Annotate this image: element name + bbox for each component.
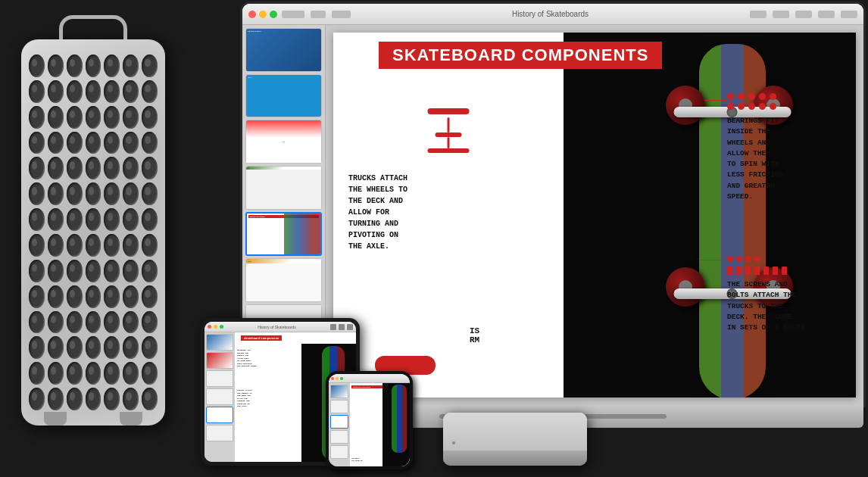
slide-thumb-5[interactable]: skateboard components (245, 212, 322, 257)
mac-pro-hole (142, 157, 158, 179)
mac-pro-hole (142, 336, 158, 359)
mac-pro-hole (67, 55, 83, 77)
slide-thumb-2[interactable]: history (245, 74, 322, 118)
ipad-toolbar-btn[interactable] (330, 324, 336, 330)
bottom-text-is: ISRM (470, 326, 479, 344)
ipad-slide-6[interactable] (206, 425, 233, 441)
ipad-slide-5-active[interactable] (206, 407, 233, 423)
slide-main-area[interactable]: skateboard components (326, 25, 863, 405)
mac-pro-hole (104, 106, 120, 129)
mac-mini-surface (443, 413, 587, 450)
skateboard-deck (695, 33, 770, 398)
iphone-maximize-dot[interactable] (340, 377, 343, 380)
minimize-button[interactable] (259, 11, 267, 18)
mac-pro-hole (123, 336, 139, 359)
mac-pro-hole (142, 132, 158, 154)
iphone-body: skateboard components THE DECKYOU STAND … (329, 383, 410, 466)
ipad-maximize-dot[interactable] (220, 325, 223, 329)
slide-title-banner: skateboard components (379, 42, 662, 69)
bearings-line (704, 100, 727, 101)
screw-dot (736, 256, 742, 262)
iphone-slide-3-active[interactable] (330, 415, 348, 429)
ipad-slide-title: skateboard components (241, 335, 282, 341)
ipad-slide-2[interactable] (206, 352, 233, 369)
iphone-slide-panel[interactable] (329, 383, 350, 466)
iphone-slide-1[interactable] (330, 385, 348, 398)
mac-pro-hole (104, 157, 120, 179)
toolbar-button[interactable] (773, 11, 789, 18)
iphone-slide-text: THE DECKYOU STAND ON (351, 458, 362, 463)
screws-row-1 (727, 256, 852, 262)
app-title: History of Skateboards (512, 10, 589, 18)
screws-dots (727, 256, 852, 275)
mac-pro-hole (142, 311, 158, 334)
truck-icon-bar (427, 108, 469, 114)
screw-line (745, 267, 751, 275)
toolbar-button[interactable] (795, 11, 812, 18)
mac-pro-hole (29, 260, 45, 282)
toolbar-button[interactable] (841, 11, 857, 18)
ipad-toolbar-btn[interactable] (339, 324, 345, 330)
mac-mini-top (443, 413, 587, 450)
mac-pro-hole (48, 182, 64, 205)
mac-pro-hole (29, 388, 45, 410)
toolbar-control[interactable] (282, 11, 304, 18)
mac-pro-hole (67, 285, 83, 308)
iphone-slide-5[interactable] (330, 445, 348, 459)
maximize-button[interactable] (270, 11, 277, 18)
mac-pro-hole (104, 388, 120, 410)
mac-pro-hole (123, 362, 139, 385)
mac-pro-hole (67, 80, 83, 103)
mac-pro-hole (123, 208, 139, 231)
mac-pro-hole (123, 234, 139, 257)
screws-lines-row (727, 267, 852, 275)
bearing-dot (770, 103, 776, 110)
slide-thumb-6[interactable]: types (245, 258, 322, 302)
mac-pro-hole (48, 132, 64, 154)
bearing-dot (738, 103, 745, 110)
ipad-toolbar-btn[interactable] (347, 324, 353, 330)
mac-pro-hole (104, 260, 120, 282)
ipad-slide-panel[interactable] (205, 332, 235, 462)
bearing-dot (759, 93, 766, 100)
screw-line (763, 267, 769, 275)
iphone-slide-4[interactable] (330, 430, 348, 444)
truck-icon-axle (427, 148, 469, 153)
toolbar-button[interactable] (818, 11, 835, 18)
ipad-slide-1[interactable] (206, 334, 233, 351)
slide-thumb-3[interactable]: info (245, 120, 322, 164)
mac-pro-hole (48, 388, 64, 410)
bearings-row-1 (727, 93, 852, 100)
mac-pro-hole (104, 362, 120, 385)
iphone-slide-2[interactable] (330, 400, 348, 413)
screws-line (701, 260, 727, 260)
slide-thumb-1[interactable]: SKATE PARKS (245, 28, 322, 72)
mac-pro-hole (29, 106, 45, 129)
screw-line (782, 267, 787, 275)
screw-dot (745, 256, 751, 262)
close-button[interactable] (248, 11, 256, 18)
toolbar-button[interactable] (750, 11, 767, 18)
slide-thumb-4[interactable]: sk8 (245, 166, 322, 210)
ipad-close-dot[interactable] (208, 325, 211, 329)
iphone-close-dot[interactable] (331, 377, 334, 380)
mac-pro-hole (86, 157, 101, 179)
mac-pro-hole (123, 80, 139, 103)
mac-pro-hole (48, 362, 64, 385)
mac-pro-hole (104, 336, 120, 359)
mac-pro-hole (29, 157, 45, 179)
iphone-toolbar (329, 374, 410, 383)
toolbar-control[interactable] (311, 11, 326, 18)
screws-annotation: THE SCREWS ANDBOLTS ATTACH THETRUCKS TO … (727, 256, 852, 333)
mac-pro-hole (86, 80, 101, 103)
toolbar-control[interactable] (332, 11, 351, 18)
ipad-slide-4[interactable] (206, 388, 233, 405)
iphone: skateboard components THE DECKYOU STAND … (326, 371, 413, 469)
iphone-screen: skateboard components THE DECKYOU STAND … (329, 374, 410, 466)
iphone-minimize-dot[interactable] (336, 377, 339, 380)
ipad-slide-3[interactable] (206, 370, 233, 387)
ipad-app-title: History of Skateboards (258, 325, 296, 329)
ipad-minimize-dot[interactable] (214, 325, 217, 329)
slide-thumb-inner: info (246, 120, 321, 163)
mac-pro-hole (86, 132, 101, 154)
